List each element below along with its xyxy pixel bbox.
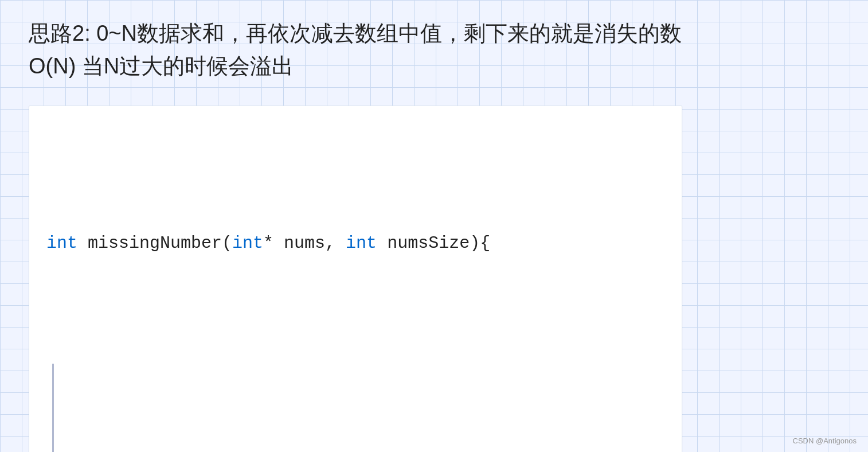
outer-block: int N = numsSize; int ret = (N+0)*(N+1)/…: [52, 364, 659, 453]
content-area: 思路2: 0~N数据求和，再依次减去数组中值，剩下来的就是消失的数 O(N) 当…: [0, 0, 868, 452]
code-ptr: * nums,: [263, 233, 346, 253]
code-container: int missingNumber(int* nums, int numsSiz…: [29, 106, 682, 452]
kw-int-ptr: int: [232, 233, 263, 253]
code-numssize: numsSize){: [377, 233, 490, 253]
watermark: CSDN @Antigonos: [793, 437, 857, 445]
code-line-signature: int missingNumber(int* nums, int numsSiz…: [46, 230, 659, 257]
description-block: 思路2: 0~N数据求和，再依次减去数组中值，剩下来的就是消失的数 O(N) 当…: [29, 17, 839, 83]
code-block: int missingNumber(int* nums, int numsSiz…: [46, 123, 659, 452]
description-line1: 思路2: 0~N数据求和，再依次减去数组中值，剩下来的就是消失的数: [29, 17, 839, 50]
kw-int-size: int: [346, 233, 377, 253]
kw-int-sig: int: [46, 233, 77, 253]
code-signature-rest: missingNumber(: [77, 233, 232, 253]
description-line2: O(N) 当N过大的时候会溢出: [29, 50, 839, 83]
